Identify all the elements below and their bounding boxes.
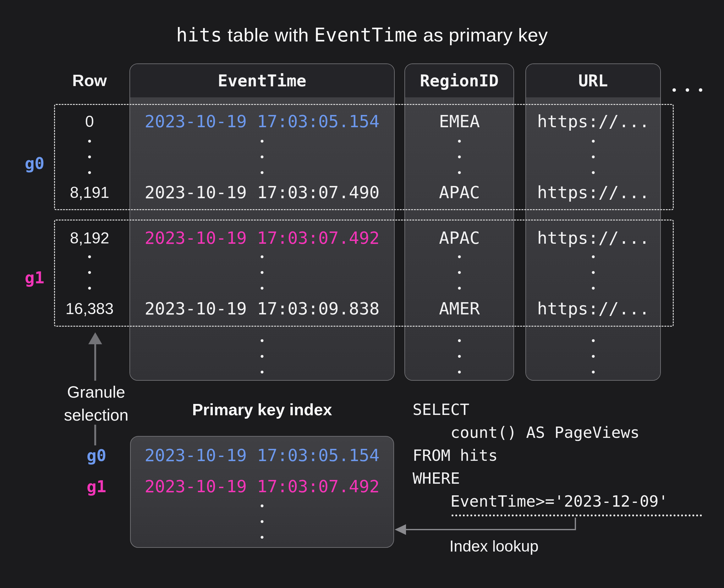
index-lookup-arrow-icon xyxy=(395,524,406,535)
granule-selection-arrow-shaft xyxy=(94,344,96,381)
title-text-2: as primary key xyxy=(418,24,548,45)
pk-entry-g1-label: g1 xyxy=(87,478,106,495)
row-index: 8,191 xyxy=(70,185,109,201)
pk-entry-g1-value: 2023-10-19 17:03:07.492 xyxy=(145,478,379,495)
sql-line: SELECT xyxy=(413,398,668,421)
sql-line: EventTime>='2023-12-09' xyxy=(413,490,668,513)
vertical-ellipsis-icon xyxy=(592,140,595,174)
url-value: https://... xyxy=(537,230,649,247)
regionid-value: APAC xyxy=(439,230,480,247)
regionid-value: AMER xyxy=(439,300,480,317)
ellipsis-dot xyxy=(673,88,676,92)
vertical-ellipsis-icon xyxy=(592,339,595,374)
granule-selection-arrow-icon xyxy=(88,332,102,344)
url-value: https://... xyxy=(537,113,649,130)
vertical-ellipsis-icon xyxy=(261,504,264,539)
index-lookup-arrow-vertical xyxy=(575,518,576,530)
eventtime-value: 2023-10-19 17:03:09.838 xyxy=(145,300,379,317)
vertical-ellipsis-icon xyxy=(88,255,91,290)
column-header-url: URL xyxy=(526,64,660,97)
column-header-eventtime: EventTime xyxy=(130,64,394,97)
ellipsis-dot xyxy=(699,88,702,92)
vertical-ellipsis-icon xyxy=(458,255,461,290)
row-index: 8,192 xyxy=(70,230,109,246)
regionid-value: EMEA xyxy=(439,113,480,130)
granule-selection-arrow-shaft xyxy=(94,425,96,445)
index-lookup-label: Index lookup xyxy=(415,537,573,555)
sql-line: WHERE xyxy=(413,467,668,490)
sql-query-block: SELECT count() AS PageViews FROM hits WH… xyxy=(413,398,668,513)
column-card-eventtime: EventTime xyxy=(129,63,395,381)
column-card-regionid: RegionID xyxy=(405,63,514,381)
vertical-ellipsis-icon xyxy=(261,339,264,374)
vertical-ellipsis-icon xyxy=(458,140,461,174)
vertical-ellipsis-icon xyxy=(261,255,264,290)
url-value: https://... xyxy=(537,184,649,201)
vertical-ellipsis-icon xyxy=(261,140,264,174)
regionid-value: APAC xyxy=(439,184,480,201)
sql-line: count() AS PageViews xyxy=(413,421,668,444)
more-columns-ellipsis-icon xyxy=(673,88,702,92)
vertical-ellipsis-icon xyxy=(458,339,461,374)
vertical-ellipsis-icon xyxy=(88,140,91,174)
title-code-hits: hits xyxy=(176,24,222,46)
index-lookup-arrow-horizontal xyxy=(405,529,576,530)
diagram-title: hits table with EventTime as primary key xyxy=(0,24,724,46)
row-column-header: Row xyxy=(72,72,107,89)
granule-g1-label: g1 xyxy=(25,270,45,286)
pk-entry-g0-value: 2023-10-19 17:03:05.154 xyxy=(145,447,379,464)
eventtime-value: 2023-10-19 17:03:05.154 xyxy=(145,113,379,130)
row-index: 0 xyxy=(85,114,94,129)
pk-entry-g0-label: g0 xyxy=(87,447,106,464)
eventtime-value: 2023-10-19 17:03:07.490 xyxy=(145,184,379,201)
title-text-1: table with xyxy=(222,24,314,45)
clickhouse-primary-key-diagram: hits table with EventTime as primary key… xyxy=(0,0,724,588)
granule-g0-label: g0 xyxy=(25,155,45,171)
eventtime-value: 2023-10-19 17:03:07.492 xyxy=(145,230,379,247)
column-header-regionid: RegionID xyxy=(405,64,514,97)
title-code-eventtime: EventTime xyxy=(314,24,418,46)
primary-key-index-title: Primary key index xyxy=(130,400,394,419)
column-card-url: URL xyxy=(525,63,661,381)
url-value: https://... xyxy=(537,300,649,317)
sql-line: FROM hits xyxy=(413,444,668,467)
ellipsis-dot xyxy=(686,88,689,92)
where-condition-underline xyxy=(452,514,702,517)
vertical-ellipsis-icon xyxy=(592,255,595,290)
row-index: 16,383 xyxy=(66,301,114,317)
